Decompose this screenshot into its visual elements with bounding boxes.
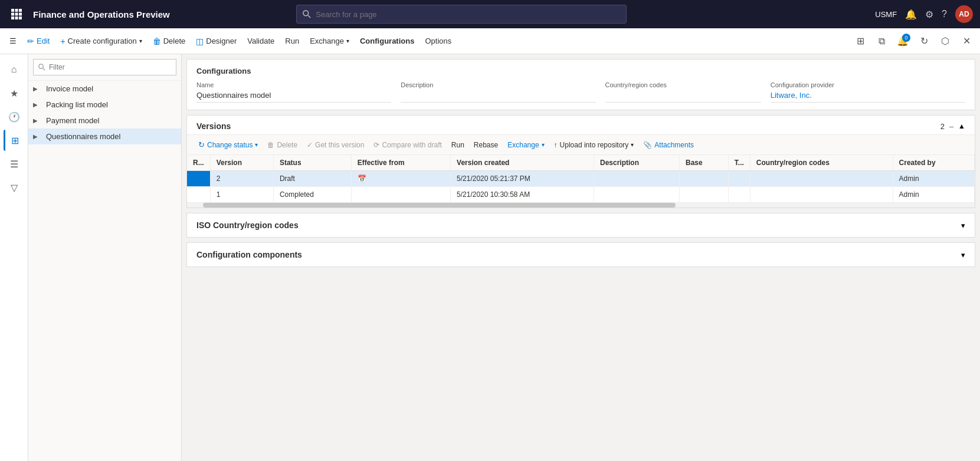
avatar[interactable]: AD (955, 5, 973, 23)
rebase-button[interactable]: Rebase (470, 139, 502, 151)
col-header-effective-from[interactable]: Effective from (351, 155, 450, 171)
upload-chevron-icon: ▾ (631, 141, 634, 148)
tree-item-questionnaires[interactable]: ▶ Questionnaires model (28, 129, 181, 144)
compare-with-draft-button[interactable]: ⟳ Compare with draft (369, 139, 445, 151)
search-icon (303, 10, 311, 18)
alert-button[interactable]: 🔔 0 (894, 32, 912, 50)
cell-status: Draft (273, 171, 351, 187)
versions-run-button[interactable]: Run (447, 139, 468, 151)
config-components-section: Configuration components ▾ (186, 242, 975, 267)
cell-created-by: Admin (893, 171, 974, 187)
search-box[interactable] (296, 5, 627, 24)
col-header-version-created[interactable]: Version created (451, 155, 594, 171)
favorites-icon-btn[interactable]: ★ (4, 83, 25, 104)
change-status-button[interactable]: ↻ Change status ▾ (194, 139, 262, 151)
attachments-button[interactable]: 📎 Attachments (639, 139, 698, 151)
filter-input-wrapper[interactable] (33, 59, 176, 75)
notification-icon[interactable]: 🔔 (905, 9, 917, 20)
col-header-country-region[interactable]: Country/region codes (750, 155, 893, 171)
row-indicator-empty (187, 187, 210, 203)
workspaces-icon-btn[interactable]: ⊞ (4, 130, 25, 151)
home-icon-btn[interactable]: ⌂ (4, 59, 25, 80)
svg-rect-8 (19, 17, 22, 19)
exchange-button[interactable]: Exchange ▾ (305, 34, 354, 48)
col-header-t[interactable]: T... (728, 155, 750, 171)
versions-delete-button[interactable]: 🗑 Delete (263, 139, 301, 151)
scrollbar-thumb[interactable] (203, 203, 676, 208)
provider-label: Configuration provider (771, 81, 965, 88)
change-status-chevron-icon: ▾ (255, 141, 258, 148)
list-icon-btn[interactable]: ☰ (4, 153, 25, 174)
svg-rect-2 (19, 9, 22, 12)
refresh-button[interactable]: ↻ (915, 32, 933, 50)
attachments-icon: 📎 (643, 141, 652, 149)
table-row[interactable]: 1 Completed 5/21/2020 10:30:58 AM Admin (187, 187, 975, 203)
validate-button[interactable]: Validate (242, 34, 279, 48)
filter-input[interactable] (49, 63, 171, 71)
col-header-description[interactable]: Description (594, 155, 680, 171)
versions-delete-icon: 🗑 (267, 141, 274, 149)
provider-value[interactable]: Litware, Inc. (771, 91, 965, 103)
search-input[interactable] (316, 10, 620, 19)
upload-into-repository-button[interactable]: ↑ Upload into repository ▾ (550, 139, 638, 151)
config-components-header[interactable]: Configuration components ▾ (187, 243, 975, 266)
edit-button[interactable]: ✏ Edit (22, 34, 54, 48)
versions-table: R... Version Status Effective from Versi… (187, 155, 975, 203)
svg-rect-4 (15, 13, 18, 16)
cell-created-by: Admin (893, 187, 974, 203)
versions-controls: 2 – ▲ (940, 122, 965, 131)
components-chevron-icon: ▾ (961, 251, 965, 259)
hamburger-icon: ☰ (9, 37, 17, 45)
chevron-right-icon: ▶ (33, 101, 42, 108)
exchange-chevron-icon: ▾ (346, 38, 349, 44)
cell-version: 1 (210, 187, 273, 203)
iso-codes-title: ISO Country/region codes (196, 220, 299, 230)
iso-codes-header[interactable]: ISO Country/region codes ▾ (187, 213, 975, 237)
chevron-right-icon: ▶ (33, 85, 42, 92)
top-bar-right: USMF 🔔 ⚙ ? AD (875, 5, 973, 23)
upload-icon: ↑ (554, 141, 558, 149)
open-new-button[interactable]: ⬡ (936, 32, 954, 50)
name-label: Name (196, 81, 391, 88)
grid-view-button[interactable]: ⊞ (851, 32, 869, 50)
delete-button[interactable]: 🗑 Delete (148, 34, 191, 48)
close-button[interactable]: ✕ (958, 32, 975, 50)
col-header-r[interactable]: R... (187, 155, 210, 171)
col-header-status[interactable]: Status (273, 155, 351, 171)
horizontal-scrollbar[interactable] (187, 203, 975, 208)
calendar-icon: 📅 (358, 174, 366, 183)
versions-toolbar: ↻ Change status ▾ 🗑 Delete ✓ Get this ve… (187, 135, 975, 155)
recent-icon-btn[interactable]: 🕐 (4, 106, 25, 127)
svg-line-10 (308, 15, 310, 18)
config-components-title: Configuration components (196, 250, 302, 259)
versions-collapse-btn[interactable]: ▲ (958, 122, 965, 130)
designer-button[interactable]: ◫ Designer (191, 34, 241, 48)
configurations-button[interactable]: Configurations (355, 34, 419, 48)
get-this-version-button[interactable]: ✓ Get this version (303, 139, 368, 151)
svg-line-12 (43, 68, 45, 71)
versions-exchange-button[interactable]: Exchange ▾ (503, 139, 548, 151)
tree-item-packing[interactable]: ▶ Packing list model (28, 97, 181, 113)
plus-icon: + (60, 37, 65, 46)
settings-icon[interactable]: ⚙ (925, 9, 933, 20)
cell-version: 2 (210, 171, 273, 187)
col-header-created-by[interactable]: Created by (893, 155, 974, 171)
create-configuration-button[interactable]: + Create configuration ▾ (55, 34, 146, 48)
name-value: Questionnaires model (196, 91, 391, 103)
filter-icon-btn[interactable]: ▽ (4, 177, 25, 198)
run-button[interactable]: Run (280, 34, 304, 48)
tree-item-invoice[interactable]: ▶ Invoice model (28, 81, 181, 97)
waffle-menu[interactable] (7, 5, 26, 24)
col-header-version[interactable]: Version (210, 155, 273, 171)
create-config-chevron-icon: ▾ (139, 38, 142, 44)
options-button[interactable]: Options (420, 34, 456, 48)
tree-item-payment[interactable]: ▶ Payment model (28, 113, 181, 129)
table-row[interactable]: 2 Draft 📅 5/21/2020 05:21:37 PM Admin (187, 171, 975, 187)
cell-country-region (750, 187, 893, 203)
split-view-button[interactable]: ⧉ (873, 32, 890, 50)
hamburger-button[interactable]: ☰ (5, 34, 21, 48)
col-header-base[interactable]: Base (680, 155, 729, 171)
chevron-right-icon: ▶ (33, 133, 42, 140)
help-icon[interactable]: ? (942, 9, 947, 19)
cell-t (728, 171, 750, 187)
